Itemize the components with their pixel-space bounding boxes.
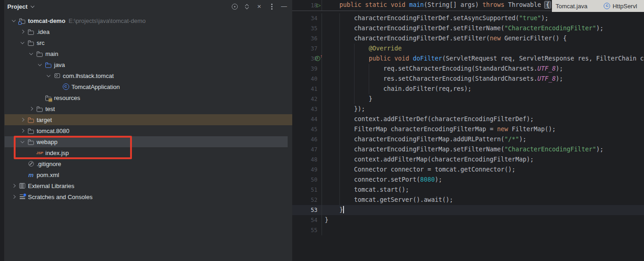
tab-httpservl[interactable]: HttpServl	[604, 3, 637, 10]
line-number[interactable]: 52	[292, 197, 322, 203]
line-number[interactable]: 55	[292, 227, 322, 233]
code-text[interactable]: characterEncodingFilterMap.addURLPattern…	[322, 134, 644, 144]
code-line-48: 48 context.addFilterMap(characterEncodin…	[292, 155, 644, 165]
gutter: 39	[292, 64, 322, 74]
code-text[interactable]: context.addFilterDef(characterEncodingFi…	[322, 114, 644, 124]
editor-lines: 34 characterEncodingFilterDef.setAsyncSu…	[292, 13, 644, 235]
chevron-spacer	[27, 147, 35, 158]
tree-item-java[interactable]: java	[5, 59, 292, 70]
line-number[interactable]: 50	[292, 177, 322, 183]
tree-item-main[interactable]: main	[5, 48, 292, 59]
line-number[interactable]: 40	[292, 76, 322, 82]
line-number[interactable]: 42	[292, 96, 322, 102]
chevron-collapsed-icon[interactable]	[27, 103, 35, 114]
code-text[interactable]: characterEncodingFilterDef.setFilter(new…	[322, 33, 644, 44]
chevron-expanded-icon[interactable]	[45, 70, 53, 81]
chevron-collapsed-icon[interactable]	[19, 125, 27, 136]
tree-item-gitignore[interactable]: .gitignore	[5, 158, 292, 169]
gutter: 34	[292, 13, 322, 23]
code-line-40: 40 res.setCharacterEncoding(StandardChar…	[292, 74, 644, 84]
line-number[interactable]: 45	[292, 126, 322, 133]
tree-item-label: java	[54, 61, 65, 68]
code-text[interactable]: @Override	[322, 44, 644, 54]
code-text[interactable]: }	[322, 215, 644, 225]
folder-excluded-icon	[28, 119, 34, 123]
code-text[interactable]: context.addFilterMap(characterEncodingFi…	[322, 155, 644, 165]
locate-opened-file-icon[interactable]	[231, 3, 238, 10]
code-text[interactable]: req.setCharacterEncoding(StandardCharset…	[322, 64, 644, 74]
line-number[interactable]: 49	[292, 167, 322, 173]
line-number[interactable]: 46	[292, 136, 322, 143]
line-number[interactable]: 41	[292, 86, 322, 92]
line-number[interactable]: 37	[292, 45, 322, 52]
more-options-icon[interactable]	[268, 3, 275, 10]
line-number[interactable]: 44	[292, 116, 322, 122]
code-text[interactable]: public void doFilter(ServletRequest req,…	[322, 54, 644, 64]
code-text[interactable]	[322, 225, 644, 235]
chevron-collapsed-icon[interactable]	[10, 191, 18, 202]
code-text[interactable]: characterEncodingFilterDef.setFilterName…	[322, 23, 644, 33]
tree-item-tomcat-demo[interactable]: tomcat-demoE:\projects\java\tomcat-demo	[5, 15, 292, 26]
tree-item-scratches-and-consoles[interactable]: Scratches and Consoles	[5, 191, 292, 202]
line-number[interactable]: 53	[292, 207, 322, 213]
tree-item-tomcat-8080[interactable]: tomcat.8080	[5, 125, 292, 136]
tree-item-label: Scratches and Consoles	[28, 194, 93, 200]
code-text[interactable]: FilterMap characterEncodingFilterMap = n…	[322, 124, 644, 134]
tree-item-test[interactable]: test	[5, 103, 292, 114]
line-number[interactable]: 36	[292, 35, 322, 42]
code-text[interactable]: tomcat.start();	[322, 185, 644, 195]
line-number[interactable]: 34	[292, 15, 322, 22]
tree-item-label: src	[37, 39, 44, 46]
expand-collapse-icon[interactable]	[243, 3, 251, 10]
tree-item-tomcatapplication[interactable]: TomcatApplication	[5, 81, 292, 92]
code-text[interactable]: connector.setPort(8080);	[322, 175, 644, 185]
line-number[interactable]: 43	[292, 106, 322, 112]
code-text[interactable]: tomcat.getServer().await();	[322, 195, 644, 205]
tree-item-src[interactable]: src	[5, 37, 292, 48]
folder-resources-icon	[45, 97, 51, 101]
collapse-all-icon[interactable]: ×	[256, 3, 263, 10]
chevron-down-icon[interactable]	[29, 3, 36, 10]
code-text[interactable]: }	[322, 94, 644, 104]
code-text[interactable]: characterEncodingFilterDef.setAsyncSuppo…	[322, 13, 644, 23]
tree-item-target[interactable]: target	[5, 114, 292, 125]
chevron-expanded-icon[interactable]	[19, 37, 27, 48]
tree-item-resources[interactable]: resources	[5, 92, 292, 103]
tool-window-stripe	[0, 0, 5, 261]
chevron-collapsed-icon[interactable]	[19, 26, 27, 37]
chevron-expanded-icon[interactable]	[36, 59, 44, 70]
chevron-expanded-icon[interactable]	[19, 136, 27, 147]
line-number[interactable]: 51	[292, 187, 322, 193]
code-text[interactable]: chain.doFilter(req,res);	[322, 84, 644, 94]
gutter: 54	[292, 215, 322, 225]
run-icon[interactable]: ▷	[315, 1, 322, 9]
chevron-spacer	[19, 169, 27, 180]
tab-tomcat-java[interactable]: Tomcat.java	[556, 3, 587, 10]
tree-item-webapp[interactable]: webapp	[5, 136, 288, 147]
line-number[interactable]: 35	[292, 25, 322, 32]
line-number[interactable]: 47	[292, 146, 322, 153]
tree-item-pom-xml[interactable]: pom.xml	[5, 169, 292, 180]
implements-method-icon[interactable]: I↑	[315, 55, 322, 62]
line-number[interactable]: 54	[292, 217, 322, 223]
chevron-expanded-icon[interactable]	[27, 48, 35, 59]
code-text[interactable]: Connector connector = tomcat.getConnecto…	[322, 165, 644, 175]
tree-item-external-libraries[interactable]: External Libraries	[5, 180, 292, 191]
chevron-expanded-icon[interactable]	[10, 15, 18, 26]
code-text[interactable]: characterEncodingFilterMap.setFilterName…	[322, 144, 644, 155]
chevron-collapsed-icon[interactable]	[10, 180, 18, 191]
folder-icon	[28, 42, 34, 46]
code-line-36: 36 characterEncodingFilterDef.setFilter(…	[292, 33, 644, 44]
code-text[interactable]: res.setCharacterEncoding(StandardCharset…	[322, 74, 644, 84]
line-number[interactable]: 39	[292, 66, 322, 72]
tree-item-idea[interactable]: .idea	[5, 26, 292, 37]
code-text[interactable]: });	[322, 104, 644, 114]
code-text[interactable]: }	[322, 205, 644, 215]
hide-panel-icon[interactable]: —	[280, 3, 288, 10]
tree-item-label: target	[37, 117, 52, 123]
chevron-spacer	[36, 92, 44, 103]
tree-item-com-lhstack-tomcat[interactable]: com.lhstack.tomcat	[5, 70, 292, 81]
line-number[interactable]: 48	[292, 156, 322, 163]
chevron-collapsed-icon[interactable]	[19, 114, 27, 125]
tree-item-index-jsp[interactable]: index.jsp	[5, 147, 292, 158]
